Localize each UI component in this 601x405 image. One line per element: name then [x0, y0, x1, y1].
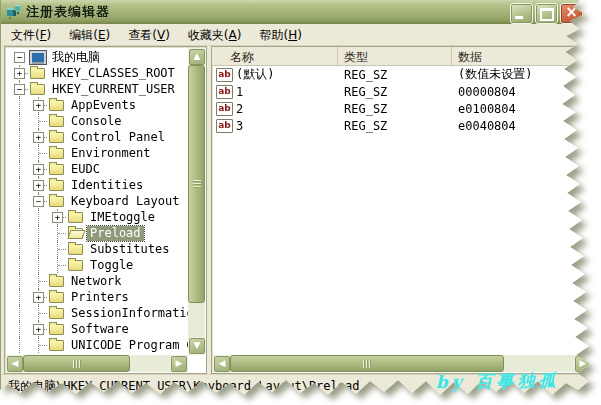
tree-item-printers[interactable]: Printers [6, 289, 188, 305]
tree-item-label: Network [68, 274, 125, 289]
tree-item-eudc[interactable]: EUDC [6, 161, 188, 177]
tree-item-substitutes[interactable]: Substitutes [6, 241, 188, 257]
tree-item-label: HKEY_CLASSES_ROOT [49, 66, 178, 81]
tree-item-control-panel[interactable]: Control Panel [6, 129, 188, 145]
tree-item-hkey-classes-root[interactable]: HKEY_CLASSES_ROOT [6, 65, 188, 81]
menu-file[interactable]: 文件(F) [2, 25, 60, 45]
tree-item-keyboard-layout[interactable]: Keyboard Layout [6, 193, 188, 209]
value-name: (默认) [236, 66, 274, 83]
value-row-default[interactable]: ab(默认) REG_SZ (数值未设置) [212, 66, 593, 83]
tree-item-network[interactable]: Network [6, 273, 188, 289]
expand-icon[interactable] [33, 164, 44, 175]
column-header-name[interactable]: 名称 [212, 47, 338, 65]
tree-item-label: UNICODE Program Gro [68, 338, 188, 353]
computer-icon [29, 51, 45, 64]
value-row-3[interactable]: ab3 REG_SZ e0040804 [212, 117, 593, 134]
scroll-left-icon[interactable] [6, 355, 24, 373]
tree-item-label: Identities [68, 178, 146, 193]
collapse-icon[interactable] [33, 196, 44, 207]
tree-item-appevents[interactable]: AppEvents [6, 97, 188, 113]
scroll-up-icon[interactable] [188, 48, 206, 66]
title-bar: 注册表编辑器 [1, 0, 601, 24]
menu-view[interactable]: 查看(V) [119, 25, 179, 45]
list-header: 名称 类型 数据 [212, 47, 593, 66]
expand-icon[interactable] [33, 180, 44, 191]
value-data: e0040804 [452, 119, 593, 133]
tree-guide [10, 49, 29, 65]
tree-item-unicode-program-groups[interactable]: UNICODE Program Gro [6, 337, 188, 353]
collapse-icon[interactable] [14, 52, 25, 63]
minimize-button[interactable] [510, 3, 533, 24]
tree-item-label-selected: Preload [87, 226, 144, 241]
folder-icon [49, 132, 64, 143]
tree-guide [29, 305, 48, 321]
screenshot: 注册表编辑器 文件(F) 编辑(E) 查看(V) 收藏夹(A) 帮助(H) 我的… [0, 0, 601, 405]
value-row-2[interactable]: ab2 REG_SZ e0100804 [212, 100, 593, 117]
tree-guide [29, 193, 48, 209]
tree-item-label: Keyboard Layout [68, 194, 182, 209]
expand-icon[interactable] [33, 132, 44, 143]
tree-item-preload-selected[interactable]: Preload [6, 225, 188, 241]
tree-item-hkey-current-user[interactable]: HKEY_CURRENT_USER [6, 81, 188, 97]
tree-guide [10, 193, 29, 209]
reg-sz-icon: ab [216, 119, 233, 133]
value-name: 2 [236, 102, 243, 116]
tree-guide [29, 289, 48, 305]
menu-edit[interactable]: 编辑(E) [60, 25, 119, 45]
tree-item-software[interactable]: Software [6, 321, 188, 337]
tree-item-identities[interactable]: Identities [6, 177, 188, 193]
menu-help[interactable]: 帮助(H) [250, 25, 310, 45]
tree-item-label: Software [68, 322, 132, 337]
expand-icon[interactable] [33, 100, 44, 111]
expand-icon[interactable] [33, 292, 44, 303]
value-data: e0100804 [452, 102, 593, 116]
scroll-right-icon[interactable] [170, 355, 188, 373]
tree-guide [29, 337, 48, 353]
folder-icon [49, 148, 64, 159]
expand-icon[interactable] [33, 324, 44, 335]
maximize-button[interactable] [535, 3, 558, 24]
folder-icon [49, 308, 64, 319]
value-row-1[interactable]: ab1 REG_SZ 00000804 [212, 83, 593, 100]
menu-favorites[interactable]: 收藏夹(A) [179, 25, 251, 45]
close-button[interactable] [560, 3, 583, 24]
tree-guide [10, 225, 29, 241]
list-hscroll-thumb[interactable] [230, 355, 504, 372]
tree-item-sessioninformation[interactable]: SessionInformation [6, 305, 188, 321]
folder-icon [49, 100, 64, 111]
folder-icon [49, 340, 64, 351]
tree-vertical-scrollbar[interactable] [188, 48, 205, 355]
tree-guide [29, 225, 48, 241]
collapse-icon[interactable] [14, 84, 25, 95]
column-header-data[interactable]: 数据 [452, 47, 593, 65]
value-type: REG_SZ [338, 102, 452, 116]
tree-item-label: 我的电脑 [49, 50, 103, 65]
tree-guide [10, 289, 29, 305]
tree-item-label: SessionInformation [68, 306, 188, 321]
tree-item-imetoggle[interactable]: IMEtoggle [6, 209, 188, 225]
value-type: REG_SZ [338, 85, 452, 99]
tree-item-environment[interactable]: Environment [6, 145, 188, 161]
tree-guide [29, 209, 48, 225]
scroll-left-icon[interactable] [213, 355, 231, 373]
value-name: 1 [236, 85, 243, 99]
scroll-right-icon[interactable] [574, 355, 592, 373]
tree-vscroll-thumb[interactable] [188, 65, 205, 303]
registry-values-pane: 名称 类型 数据 ab(默认) REG_SZ (数值未设置) ab1 REG_S… [211, 46, 594, 374]
tree-horizontal-scrollbar[interactable] [6, 355, 188, 372]
expand-icon[interactable] [52, 212, 63, 223]
tree-guide [10, 241, 29, 257]
tree-item-my-computer[interactable]: 我的电脑 [6, 49, 188, 65]
tree-item-label: Console [68, 114, 125, 129]
tree-guide [10, 257, 29, 273]
column-header-type[interactable]: 类型 [338, 47, 452, 65]
tree-guide [29, 161, 48, 177]
folder-icon [30, 84, 45, 95]
scroll-down-icon[interactable] [188, 337, 206, 355]
tree-hscroll-thumb[interactable] [23, 355, 130, 372]
tree-item-label: AppEvents [68, 98, 139, 113]
tree-item-toggle[interactable]: Toggle [6, 257, 188, 273]
tree-item-console[interactable]: Console [6, 113, 188, 129]
expand-icon[interactable] [14, 68, 25, 79]
folder-icon [49, 180, 64, 191]
